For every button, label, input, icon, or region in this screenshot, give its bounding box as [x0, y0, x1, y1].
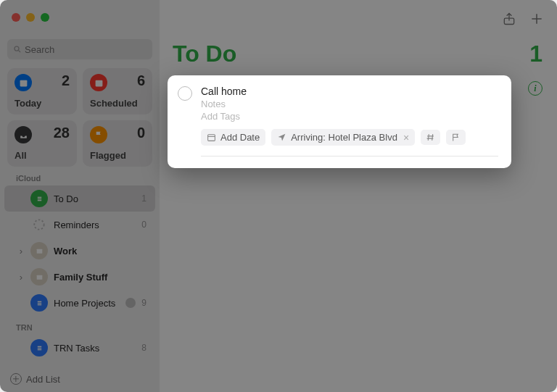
popover-divider [201, 156, 498, 157]
flag-icon [451, 133, 461, 142]
reminder-chips-row: Add Date Arriving: Hotel Plaza Blvd × [201, 129, 498, 146]
svg-line-23 [432, 134, 433, 141]
location-arrow-icon [277, 133, 286, 142]
reminder-editor-popover: Call home Notes Add Tags Add Date Arrivi… [168, 75, 511, 168]
reminder-fields: Call home Notes Add Tags Add Date Arrivi… [201, 86, 498, 157]
hash-icon [426, 133, 435, 142]
add-tag-chip[interactable] [421, 130, 440, 145]
remove-location-button[interactable]: × [403, 133, 409, 143]
reminder-tags-input[interactable]: Add Tags [201, 111, 498, 122]
svg-line-22 [428, 134, 429, 141]
location-chip[interactable]: Arriving: Hotel Plaza Blvd × [271, 129, 415, 146]
svg-rect-20 [208, 135, 215, 141]
reminder-title-input[interactable]: Call home [201, 86, 498, 97]
complete-radio-button[interactable] [178, 86, 192, 101]
modal-overlay[interactable] [0, 0, 557, 392]
calendar-icon [207, 133, 216, 142]
chip-label: Add Date [220, 132, 260, 143]
add-flag-chip[interactable] [446, 130, 466, 145]
reminder-notes-input[interactable]: Notes [201, 99, 498, 109]
chip-label: Arriving: Hotel Plaza Blvd [291, 132, 397, 143]
add-date-chip[interactable]: Add Date [201, 129, 265, 146]
